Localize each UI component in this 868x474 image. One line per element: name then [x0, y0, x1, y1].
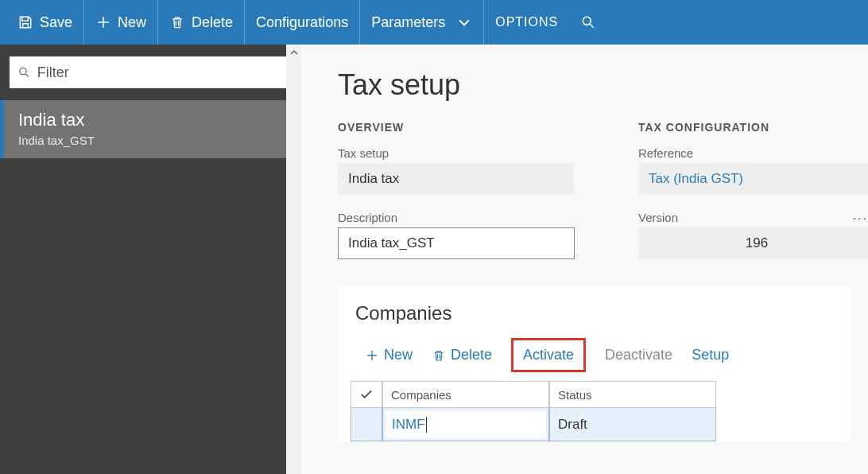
save-button[interactable]: Save	[6, 0, 84, 45]
sidebar-item-title: India tax	[18, 110, 287, 130]
search-button[interactable]	[569, 0, 607, 45]
sidebar: India tax India tax_GST	[0, 45, 301, 474]
save-label: Save	[40, 14, 72, 31]
form-columns: OVERVIEW Tax setup India tax Description…	[338, 121, 868, 259]
companies-new-button[interactable]: New	[355, 342, 422, 368]
version-value[interactable]: 196	[638, 227, 868, 259]
overview-column: OVERVIEW Tax setup India tax Description…	[338, 121, 575, 259]
chevron-down-icon	[456, 14, 472, 30]
description-label: Description	[338, 211, 575, 224]
companies-new-label: New	[384, 347, 413, 363]
companies-card: Companies New Delete Activate Deactivate	[338, 286, 851, 441]
grid-header-select[interactable]	[351, 381, 382, 408]
trash-icon	[169, 14, 185, 30]
parameters-label: Parameters	[371, 14, 445, 31]
svg-point-1	[20, 68, 26, 74]
options-button[interactable]: OPTIONS	[484, 0, 569, 45]
sidebar-item-india-tax[interactable]: India tax India tax_GST	[0, 100, 301, 158]
parameters-button[interactable]: Parameters	[360, 0, 484, 45]
sidebar-filter-box[interactable]	[10, 56, 292, 88]
text-caret	[426, 417, 427, 433]
plus-icon	[95, 14, 111, 30]
filter-input[interactable]	[37, 64, 284, 81]
company-input[interactable]: INMF	[386, 411, 546, 438]
tax-setup-label: Tax setup	[338, 146, 575, 160]
reference-link[interactable]: Tax (India GST)	[638, 163, 868, 195]
companies-toolbar: New Delete Activate Deactivate Setup	[338, 337, 851, 376]
taxconfig-heading: TAX CONFIGURATION	[638, 121, 868, 134]
tax-setup-value[interactable]: India tax	[338, 163, 575, 195]
new-button[interactable]: New	[84, 0, 158, 45]
more-options-icon[interactable]: ⋮	[851, 212, 868, 224]
new-label: New	[118, 14, 146, 31]
companies-delete-label: Delete	[451, 347, 492, 363]
companies-title: Companies	[338, 302, 851, 337]
sidebar-filter-wrap	[0, 45, 301, 100]
row-company-cell[interactable]: INMF	[382, 408, 549, 441]
deactivate-button: Deactivate	[595, 342, 682, 368]
table-row[interactable]: INMF Draft	[351, 408, 851, 441]
chevron-up-icon	[290, 49, 298, 56]
delete-button[interactable]: Delete	[158, 0, 245, 45]
activate-highlight: Activate	[511, 338, 586, 372]
version-label: Version	[638, 211, 868, 224]
main-content: Tax setup OVERVIEW Tax setup India tax D…	[301, 45, 868, 474]
plus-icon	[365, 348, 379, 363]
activate-label: Activate	[523, 347, 574, 363]
app-toolbar: Save New Delete Configurations Parameter…	[0, 0, 868, 45]
save-icon	[17, 14, 33, 30]
sidebar-item-subtitle: India tax_GST	[18, 134, 287, 147]
search-icon	[17, 65, 31, 80]
grid-header-status[interactable]: Status	[549, 381, 716, 408]
delete-label: Delete	[192, 14, 233, 31]
page-title: Tax setup	[338, 68, 868, 102]
grid-header: Companies Status	[351, 381, 851, 408]
grid-header-companies[interactable]: Companies	[382, 381, 549, 408]
scroll-up-arrow[interactable]	[286, 45, 301, 60]
taxconfig-column: TAX CONFIGURATION Reference Tax (India G…	[638, 121, 868, 259]
setup-label: Setup	[692, 347, 729, 363]
svg-point-0	[583, 17, 591, 25]
overview-heading: OVERVIEW	[338, 121, 575, 134]
company-value: INMF	[392, 417, 425, 433]
description-input[interactable]: India tax_GST	[338, 227, 575, 259]
setup-button[interactable]: Setup	[682, 342, 738, 368]
activate-button[interactable]: Activate	[517, 342, 580, 368]
configurations-label: Configurations	[256, 14, 348, 31]
sidebar-scrollbar[interactable]	[286, 45, 301, 474]
trash-icon	[432, 348, 446, 363]
row-select-cell[interactable]	[351, 408, 382, 441]
search-icon	[580, 14, 596, 30]
companies-grid: Companies Status INMF Draft	[351, 381, 851, 441]
configurations-button[interactable]: Configurations	[245, 0, 360, 45]
options-label: OPTIONS	[495, 15, 558, 29]
reference-label: Reference	[638, 146, 868, 160]
row-status-cell[interactable]: Draft	[549, 408, 716, 441]
body-wrap: India tax India tax_GST Tax setup OVERVI…	[0, 45, 868, 474]
deactivate-label: Deactivate	[605, 347, 672, 363]
check-icon	[359, 387, 374, 402]
companies-delete-button[interactable]: Delete	[422, 342, 502, 368]
